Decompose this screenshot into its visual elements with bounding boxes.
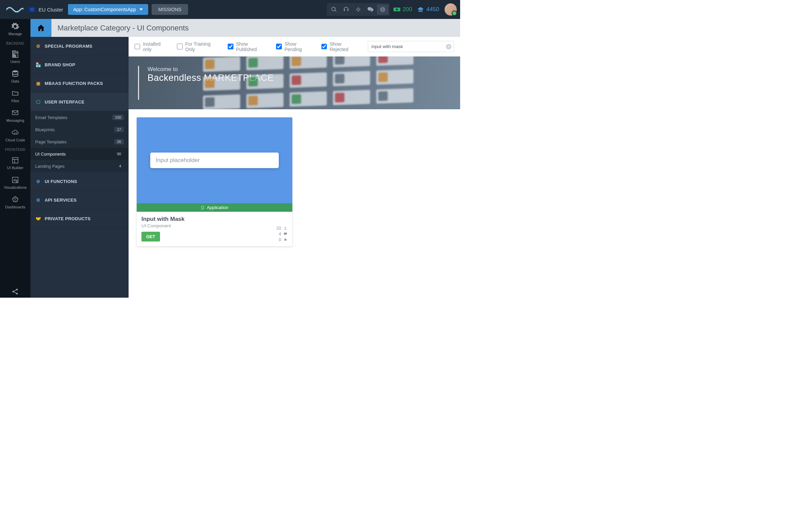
cloud-code-icon — [11, 129, 20, 137]
points-credits[interactable]: 4450 — [417, 6, 439, 13]
main-nav: Manage BACKEND Users Data Files Messagin… — [0, 19, 30, 298]
nav-cloudcode[interactable]: Cloud Code — [0, 125, 30, 145]
handshake-icon: 🤝 — [35, 216, 41, 222]
app-logo — [5, 6, 25, 13]
filter-bar: Installed only For Training Only Show Pu… — [129, 37, 460, 57]
info-icon[interactable] — [377, 4, 388, 15]
search-icon[interactable] — [328, 4, 340, 15]
svg-point-2 — [396, 9, 398, 11]
nav-messaging[interactable]: Messaging — [0, 105, 30, 125]
svg-rect-11 — [202, 206, 204, 209]
layout-icon — [11, 156, 20, 164]
home-button[interactable] — [30, 19, 52, 37]
nav-visualizations[interactable]: Visualizations — [0, 173, 30, 192]
topbar: EU Cluster App: CustomComponentsApp MISS… — [0, 0, 460, 19]
app-dropdown[interactable]: App: CustomComponentsApp — [68, 4, 148, 15]
nav-users[interactable]: Users — [0, 47, 30, 66]
clear-search-icon[interactable]: ✕ — [446, 44, 451, 49]
hero-decoration — [203, 57, 460, 109]
package-icon: ▣ — [35, 80, 41, 86]
product-title: Input with Mask — [142, 216, 288, 223]
envelope-icon — [11, 109, 20, 117]
gears-icon: ⚙ — [35, 197, 41, 203]
get-button[interactable]: GET — [142, 232, 160, 241]
filter-show-pending[interactable]: Show Pending — [276, 41, 314, 52]
page-title: Marketplace Category - UI Components — [52, 24, 460, 32]
cluster-selector[interactable]: EU Cluster — [28, 7, 63, 13]
slack-icon[interactable] — [352, 4, 364, 15]
svg-rect-6 — [13, 177, 18, 183]
product-subtitle: UI Component — [142, 223, 288, 228]
credits-group: 200 4450 — [393, 6, 439, 13]
product-preview: Input placeholder — [137, 117, 292, 203]
svg-rect-5 — [13, 158, 18, 163]
cat-private-products[interactable]: 🤝 PRIVATE PRODUCTS — [30, 209, 129, 228]
cat-special-programs[interactable]: ⚙ SPECIAL PROGRAMS — [30, 37, 129, 56]
cat-mbaas[interactable]: ▣ MBAAS FUNCTION PACKS — [30, 74, 129, 93]
cash-credits[interactable]: 200 — [393, 6, 412, 13]
nav-data[interactable]: Data — [0, 66, 30, 86]
product-stats: 20 4 0 — [276, 225, 288, 242]
nav-section-frontend: FRONTEND — [5, 147, 26, 151]
support-icon[interactable] — [340, 4, 352, 15]
share-icon — [11, 288, 20, 296]
preview-input-placeholder: Input placeholder — [150, 152, 279, 168]
main-content: Installed only For Training Only Show Pu… — [129, 37, 460, 298]
gears-icon: ⚙ — [35, 178, 41, 184]
marketplace-hero: Welcome to Backendless MARKETPLACE — [129, 57, 460, 109]
cat-user-interface[interactable]: 🖵 USER INTERFACE — [30, 93, 129, 111]
cat-api-services[interactable]: ⚙ API SERVICES — [30, 191, 129, 209]
subcat-ui-components[interactable]: UI Components90 — [30, 148, 129, 160]
cat-ui-functions[interactable]: ⚙ UI FUNCTIONS — [30, 172, 129, 191]
shop-icon: 🏪 — [35, 61, 41, 68]
product-card[interactable]: Input placeholder Application Input with… — [137, 117, 292, 246]
nav-files[interactable]: Files — [0, 86, 30, 105]
topbar-icon-group — [327, 3, 390, 16]
subcat-landing-pages[interactable]: Landing Pages4 — [30, 160, 129, 172]
svg-rect-4 — [13, 111, 18, 115]
product-ribbon: Application — [137, 203, 292, 212]
chevron-down-icon — [140, 9, 143, 11]
chat-icon[interactable] — [365, 4, 376, 15]
filter-training-only[interactable]: For Training Only — [177, 41, 220, 52]
search-input[interactable] — [368, 41, 454, 52]
gear-icon — [11, 22, 20, 30]
filter-show-published[interactable]: Show Published — [228, 41, 269, 52]
svg-point-3 — [13, 70, 18, 72]
monitor-icon: 🖵 — [35, 99, 41, 105]
nav-more[interactable] — [0, 284, 30, 298]
filter-installed-only[interactable]: Installed only — [135, 41, 170, 52]
cat-brand-shop[interactable]: 🏪 BRAND SHOP — [30, 56, 129, 74]
chart-icon — [11, 176, 20, 184]
nav-dashboards[interactable]: Dashboards — [0, 192, 30, 212]
eu-flag-icon — [28, 7, 36, 12]
folder-icon — [11, 89, 20, 98]
nav-section-backend: BACKEND — [6, 41, 24, 45]
database-icon — [11, 70, 20, 78]
nav-manage[interactable]: Manage — [0, 19, 30, 39]
missions-button[interactable]: MISSIONS — [151, 4, 188, 15]
subcat-page-templates[interactable]: Page Templates26 — [30, 136, 129, 148]
radar-icon — [11, 195, 20, 204]
subcat-blueprints[interactable]: Blueprints17 — [30, 123, 129, 136]
svg-point-7 — [16, 181, 18, 183]
nav-uibuilder[interactable]: UI Builder — [0, 153, 30, 173]
filter-show-rejected[interactable]: Show Rejected — [321, 41, 360, 52]
gears-icon: ⚙ — [35, 43, 41, 49]
user-avatar[interactable] — [445, 3, 457, 16]
category-sidebar: ⚙ SPECIAL PROGRAMS 🏪 BRAND SHOP ▣ MBAAS … — [30, 37, 129, 298]
subcat-email-templates[interactable]: Email Templates100 — [30, 111, 129, 123]
users-icon — [11, 50, 20, 58]
